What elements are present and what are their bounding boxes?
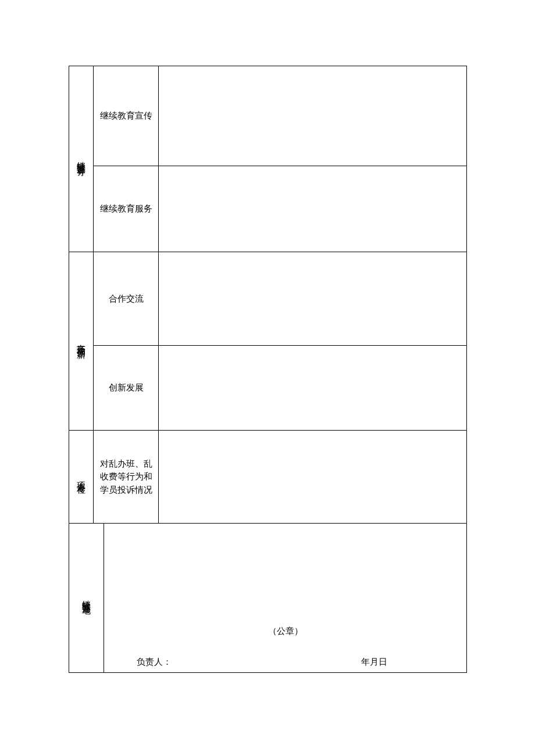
sub-cell-innovation: 创新发展 [94,346,159,431]
category-label: 继续教育服务 [76,155,87,162]
category-cell-market-innovation: 市场开拓创新 [69,252,94,431]
category-label: 继续教育基地 [81,593,92,600]
person-label: 负责人： [137,657,172,668]
sub-cell-complaints: 对乱办班、乱收费等行为和学员投诉情况 [94,431,159,524]
seal-label: （公章） [113,626,457,637]
category-cell-continuing-education-service: 继续教育服务 [69,66,94,252]
sub-label: 对乱办班、乱收费等行为和学员投诉情况 [96,457,156,497]
content-cell [159,66,467,166]
sub-cell-publicity: 继续教育宣传 [94,66,159,166]
category-cell-special-inspection: 项查专检 [69,431,94,524]
date-label: 年月日 [361,657,387,668]
sub-cell-service: 继续教育服务 [94,166,159,252]
content-cell [159,431,467,524]
content-cell [159,252,467,346]
content-cell [159,166,467,252]
category-cell-education-base: 继续教育基地 [69,524,104,672]
sub-cell-cooperation: 合作交流 [94,252,159,346]
sub-label: 继续教育宣传 [96,109,156,123]
sub-label: 合作交流 [96,292,156,306]
content-cell [159,346,467,431]
category-label: 项查专检 [76,475,87,479]
form-table: 继续教育服务 继续教育宣传 继续教育服务 市场开拓创新 合作交流 [69,66,467,524]
sub-label: 继续教育服务 [96,202,156,216]
signature-cell: （公章） 负责人： 年月日 [104,524,467,672]
signature-table: 继续教育基地 （公章） 负责人： 年月日 [69,524,467,673]
category-label: 市场开拓创新 [76,337,87,344]
sub-label: 创新发展 [96,381,156,395]
